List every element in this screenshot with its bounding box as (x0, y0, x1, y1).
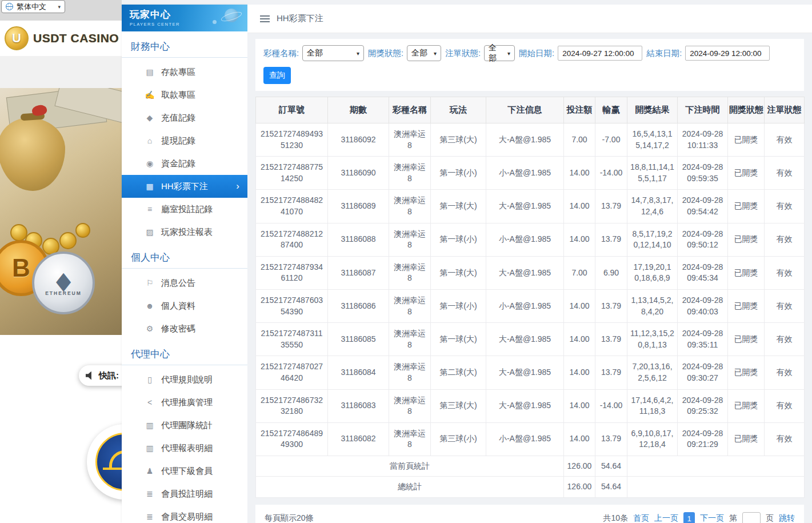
cell-play-type: 第一球(小) (431, 223, 486, 256)
lottery-filter-label: 彩種名稱: (263, 48, 299, 59)
sidebar-item-label: 提現記錄 (161, 135, 195, 146)
cell-draw-status: 已開獎 (728, 256, 765, 289)
col-header-bet-amount: 投注額 (564, 97, 595, 123)
cell-lottery-name: 澳洲幸运8 (389, 123, 431, 157)
lottery-select[interactable]: 全部 ▾ (302, 45, 364, 61)
sidebar-item-agent-rules[interactable]: ▯代理規則說明 (122, 368, 247, 391)
cell-order-status: 有效 (765, 256, 805, 289)
sidebar-item-profile[interactable]: ☻個人資料 (122, 294, 247, 317)
summary-win-total: 54.64 (595, 456, 627, 477)
badge-inner-graphic (95, 433, 122, 491)
sidebar-item-label: 存款專區 (161, 67, 195, 78)
sidebar-item-recharge-records[interactable]: ◆充值記錄 (122, 106, 247, 129)
cell-bet-time: 2024-09-28 09:25:32 (678, 389, 728, 422)
end-date-label: 結束日期: (646, 48, 682, 59)
cell-period: 31186082 (328, 422, 389, 456)
agent-team-stats-icon: ▥ (145, 421, 155, 430)
recharge-record-icon: ◆ (145, 113, 155, 122)
current-page-number[interactable]: 1 (683, 512, 695, 523)
cell-draw-result: 17,14,6,4,2,11,18,3 (627, 389, 678, 422)
sidebar-item-agent-sub-members[interactable]: ♟代理下級會員 (122, 460, 247, 482)
cell-order-no: 2152172748760354390 (256, 289, 328, 322)
caret-down-icon: ▾ (357, 50, 359, 57)
sidebar-item-room-bet-records[interactable]: ≡廳室投註記錄 (122, 198, 247, 221)
cell-bet-info: 大-A盤@1.985 (486, 323, 564, 356)
cell-win-loss: 13.79 (595, 422, 627, 456)
end-date-input[interactable] (685, 46, 770, 61)
next-page-link[interactable]: 下一页 (700, 513, 724, 523)
band (0, 56, 122, 88)
sidebar-item-member-bet-details[interactable]: ≣會員投註明細 (122, 482, 247, 505)
cell-order-status: 有效 (765, 123, 805, 157)
cell-bet-amount: 14.00 (564, 422, 595, 456)
cell-bet-amount: 14.00 (564, 356, 595, 389)
search-button[interactable]: 查詢 (263, 67, 291, 84)
cell-order-status: 有效 (765, 422, 805, 456)
sidebar-item-hh-lottery-bets[interactable]: ▦HH彩票下注› (122, 175, 247, 198)
cell-period: 31186087 (328, 256, 389, 289)
agent-rules-icon: ▯ (145, 375, 155, 384)
sidebar-item-label: 代理團隊統計 (161, 420, 213, 431)
draw-status-select[interactable]: 全部 ▾ (407, 45, 441, 61)
cell-play-type: 第一球(小) (431, 289, 486, 322)
cell-period: 31186092 (328, 123, 389, 157)
sidebar-item-player-bet-report[interactable]: ▨玩家投注報表 (122, 221, 247, 243)
sidebar-item-funds-records[interactable]: ◉資金記錄 (122, 152, 247, 175)
cell-order-no: 2152172748877514250 (256, 157, 328, 190)
end-date-filter: 結束日期: (646, 46, 770, 61)
language-selector[interactable]: 繁体中文 ▾ (1, 0, 65, 13)
sidebar-item-agent-report-details[interactable]: ▥代理報表明細 (122, 437, 247, 460)
col-header-bet-time: 下注時間 (678, 97, 728, 123)
cell-bet-info: 大-A盤@1.985 (486, 356, 564, 389)
start-date-input[interactable] (558, 46, 642, 61)
draw-status-select-value: 全部 (411, 48, 427, 58)
first-page-link[interactable]: 首页 (633, 513, 649, 523)
cell-period: 31186089 (328, 190, 389, 223)
sidebar-item-agent-team-stats[interactable]: ▥代理團隊統計 (122, 414, 247, 437)
sidebar-item-withdraw-zone[interactable]: ✍取款專區 (122, 83, 247, 106)
cell-bet-time: 2024-09-28 09:54:42 (678, 190, 728, 223)
page-jump-input[interactable] (742, 512, 761, 523)
top-strip: 繁体中文 ▾ (0, 0, 122, 21)
start-date-label: 開始日期: (519, 48, 554, 59)
cell-bet-info: 大-A盤@1.985 (486, 123, 564, 157)
sidebar-item-announcements[interactable]: ⚐消息公告 (122, 272, 247, 294)
prev-page-link[interactable]: 上一页 (654, 513, 678, 523)
hamburger-icon[interactable] (260, 15, 270, 22)
col-header-win-loss: 輸赢 (595, 97, 627, 123)
order-status-select[interactable]: 全部 ▾ (484, 45, 515, 61)
cell-bet-time: 2024-09-28 09:21:29 (678, 422, 728, 456)
news-ticker[interactable]: 快訊: (79, 365, 122, 386)
cell-draw-status: 已開獎 (728, 422, 765, 456)
sidebar-item-agent-promotion[interactable]: <代理推廣管理 (122, 391, 247, 414)
cell-period: 31186088 (328, 223, 389, 256)
cell-order-no: 2152172748731135550 (256, 323, 328, 356)
player-center-sidebar: 玩家中心 PLAYERS CENTER 財務中心▤存款專區✍取款專區◆充值記錄⌂… (122, 5, 247, 523)
cell-bet-time: 2024-09-28 09:40:03 (678, 289, 728, 322)
cell-draw-status: 已開獎 (728, 323, 765, 356)
sidebar-item-withdrawal-records[interactable]: ⌂提現記錄 (122, 129, 247, 152)
bet-records-card: 訂單號期數彩種名稱玩法下注信息投注額輸赢開獎結果下注時間開獎狀態注單狀態 215… (255, 97, 804, 498)
col-header-play-type: 玩法 (431, 97, 486, 123)
sidebar-item-member-transaction-details[interactable]: ≣會員交易明細 (122, 505, 247, 523)
site-logo[interactable]: U USDT CASINO (0, 21, 122, 56)
col-header-bet-info: 下注信息 (486, 97, 564, 123)
chevron-right-icon: › (236, 181, 239, 192)
cell-period: 31186083 (328, 389, 389, 422)
sidebar-section-finance-center: 財務中心 (122, 33, 247, 58)
sidebar-item-label: 取款專區 (161, 90, 195, 101)
jump-button[interactable]: 跳转 (779, 513, 795, 523)
col-header-lottery-name: 彩種名稱 (389, 97, 431, 123)
sidebar-item-change-password[interactable]: ⚙修改密碼 (122, 317, 247, 340)
planet-dot-graphic (213, 20, 217, 24)
cell-play-type: 第三球(大) (431, 123, 486, 157)
cell-period: 31186090 (328, 157, 389, 190)
sidebar-item-deposit-zone[interactable]: ▤存款專區 (122, 61, 247, 83)
lottery-filter: 彩種名稱: 全部 ▾ (263, 45, 364, 61)
cell-lottery-name: 澳洲幸运8 (389, 190, 431, 223)
sidebar-item-label: 代理報表明細 (161, 443, 213, 454)
cell-win-loss: -14.00 (595, 389, 627, 422)
table-row: 215217274894935123031186092澳洲幸运8第三球(大)大-… (256, 123, 805, 157)
sidebar-item-label: 會員投註明細 (161, 489, 213, 500)
gold-coin-graphic (75, 223, 90, 238)
